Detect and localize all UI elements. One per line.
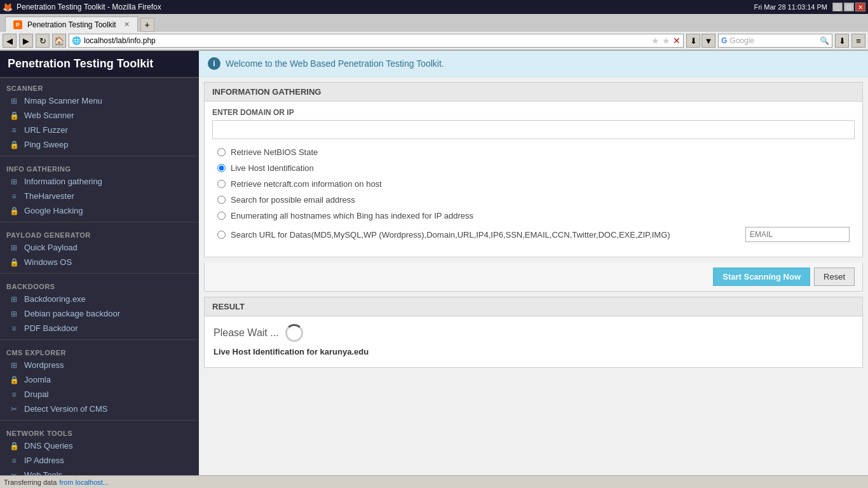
home-button[interactable]: 🏠: [52, 34, 66, 48]
content-area: i Welcome to the Web Based Penetration T…: [199, 51, 868, 487]
pdfbackdoor-icon: ≡: [9, 324, 19, 333]
dnsqueries-icon: 🔒: [9, 442, 19, 451]
sidebar-item-nmap[interactable]: ⊞ Nmap Scanner Menu: [0, 93, 199, 108]
sidebar-label-ipaddress: IP Address: [24, 456, 64, 465]
title-bar-time: Fri Mar 28 11:03:14 PM: [754, 3, 827, 11]
quickpayload-icon: ⊞: [9, 243, 19, 252]
sidebar-label-infogathering: Information gathering: [24, 177, 102, 186]
sidebar-item-ipaddress[interactable]: ≡ IP Address: [0, 453, 199, 468]
loading-spinner: [285, 324, 303, 342]
title-bar: 🦊 Penetration Testing Toolkit - Mozilla …: [0, 0, 868, 14]
sidebar-label-dnsqueries: DNS Queries: [24, 441, 73, 451]
sidebar-item-drupal[interactable]: ≡ Drupal: [0, 387, 199, 402]
theharvester-icon: ≡: [9, 192, 19, 201]
download-mgr-button[interactable]: ⬇: [835, 34, 849, 48]
sidebar-item-pdfbackdoor[interactable]: ≡ PDF Backdoor: [0, 321, 199, 336]
sidebar-label-quickpayload: Quick Payload: [24, 243, 78, 252]
result-panel: RESULT Please Wait ... Live Host Identif…: [204, 297, 863, 368]
sidebar-section-scanner: SCANNER ⊞ Nmap Scanner Menu 🔒 Web Scanne…: [0, 78, 199, 153]
sidebar-item-pingsweep[interactable]: 🔒 Ping Sweep: [0, 137, 199, 152]
sidebar-item-joomla[interactable]: 🔒 Joomla: [0, 372, 199, 387]
section-header-backdoors: BACKDOORS: [0, 280, 199, 292]
tab-close-icon[interactable]: ✕: [124, 20, 130, 29]
email-inline-input[interactable]: [745, 227, 850, 242]
nav-extra-btn[interactable]: ▼: [702, 34, 715, 48]
label-searchurl[interactable]: Search URL for Datas(MD5,MySQL,WP (Wordp…: [231, 230, 740, 240]
welcome-banner: i Welcome to the Web Based Penetration T…: [199, 51, 868, 77]
sidebar-item-quickpayload[interactable]: ⊞ Quick Payload: [0, 240, 199, 255]
nmap-icon: ⊞: [9, 97, 19, 105]
section-header-scanner: SCANNER: [0, 82, 199, 93]
sidebar-item-theharvester[interactable]: ≡ TheHarvester: [0, 189, 199, 203]
section-header-cms: CMS EXPLORER: [0, 346, 199, 358]
result-text: Live Host Identification for karunya.edu: [214, 347, 853, 356]
welcome-text: Welcome to the Web Based Penetration Tes…: [226, 58, 444, 69]
sidebar-item-urlfuzzer[interactable]: ≡ URL Fuzzer: [0, 123, 199, 137]
status-text-link: from localhost...: [59, 478, 109, 486]
googlehacking-icon: 🔒: [9, 207, 19, 215]
forward-button[interactable]: ▶: [19, 34, 33, 48]
bookmark-icon2[interactable]: ★: [662, 36, 670, 46]
sidebar-item-backdooringexe[interactable]: ⊞ Backdooring.exe: [0, 292, 199, 306]
download-button[interactable]: ⬇: [686, 34, 700, 48]
result-header: RESULT: [205, 297, 862, 316]
sidebar-item-googlehacking[interactable]: 🔒 Google Hacking: [0, 203, 199, 218]
search-icon[interactable]: 🔍: [820, 36, 829, 45]
stop-icon[interactable]: ✕: [673, 36, 681, 46]
label-bing[interactable]: Enumerating all hostnames which Bing has…: [231, 211, 850, 220]
radio-email[interactable]: [217, 196, 226, 204]
label-netcraft[interactable]: Retrieve netcraft.com information on hos…: [231, 179, 850, 189]
back-button[interactable]: ◀: [3, 34, 17, 48]
address-bar[interactable]: 🌐 localhost/lab/info.php ★ ★ ✕: [69, 34, 684, 48]
browser-icon: 🦊: [3, 3, 13, 12]
reset-button[interactable]: Reset: [814, 268, 855, 286]
sidebar-section-payload: PAYLOAD GENERATOR ⊞ Quick Payload 🔒 Wind…: [0, 225, 199, 271]
nav-bar: ◀ ▶ ↻ 🏠 🌐 localhost/lab/info.php ★ ★ ✕ ⬇…: [0, 32, 868, 50]
google-icon: G: [721, 36, 727, 45]
main-layout: Penetration Testing Toolkit SCANNER ⊞ Nm…: [0, 51, 868, 487]
sidebar-item-wordpress[interactable]: ⊞ Wordpress: [0, 358, 199, 372]
radio-livehost[interactable]: [217, 164, 226, 172]
tab-title: Penetration Testing Toolkit: [27, 20, 116, 29]
radio-searchurl[interactable]: [217, 231, 226, 239]
sidebar-label-webscanner: Web Scanner: [24, 111, 74, 120]
domain-input[interactable]: [212, 120, 855, 139]
window-title: Penetration Testing Toolkit - Mozilla Fi…: [17, 3, 161, 11]
debianbackdoor-icon: ⊞: [9, 309, 19, 318]
refresh-button[interactable]: ↻: [36, 34, 50, 48]
please-wait-text: Please Wait ...: [214, 327, 279, 339]
sidebar-label-wordpress: Wordpress: [24, 360, 64, 370]
settings-button[interactable]: ≡: [851, 34, 865, 48]
sidebar-item-dnsqueries[interactable]: 🔒 DNS Queries: [0, 438, 199, 453]
radio-bing[interactable]: [217, 212, 226, 220]
label-livehost[interactable]: Live Host Identification: [231, 163, 850, 173]
start-scanning-button[interactable]: Start Scanning Now: [713, 268, 810, 286]
minimize-button[interactable]: _: [832, 3, 843, 11]
radio-netbios[interactable]: [217, 148, 226, 156]
sidebar-label-theharvester: TheHarvester: [24, 191, 74, 201]
bookmark-icon[interactable]: ★: [651, 36, 660, 46]
info-gathering-panel: INFORMATION GATHERING ENTER DOMAIN OR IP…: [204, 82, 863, 257]
sidebar-label-debianbackdoor: Debian package backdoor: [24, 309, 120, 318]
app-title: Penetration Testing Toolkit: [0, 51, 199, 78]
info-gathering-header: INFORMATION GATHERING: [205, 83, 862, 102]
status-text-normal: Transferring data: [4, 478, 57, 486]
sidebar-item-detectcms[interactable]: ✂ Detect Version of CMS: [0, 402, 199, 416]
sidebar-item-webscanner[interactable]: 🔒 Web Scanner: [0, 108, 199, 123]
sidebar-item-windowsos[interactable]: 🔒 Windows OS: [0, 255, 199, 269]
sidebar-item-debianbackdoor[interactable]: ⊞ Debian package backdoor: [0, 306, 199, 321]
sidebar-label-pingsweep: Ping Sweep: [24, 140, 68, 149]
maximize-button[interactable]: □: [844, 3, 854, 11]
sidebar-item-infogathering[interactable]: ⊞ Information gathering: [0, 174, 199, 189]
label-netbios[interactable]: Retrieve NetBIOS State: [231, 147, 850, 157]
active-tab[interactable]: P Penetration Testing Toolkit ✕: [5, 17, 138, 32]
radio-row-4: Search for possible email address: [215, 192, 852, 208]
new-tab-button[interactable]: +: [140, 18, 154, 32]
radio-netcraft[interactable]: [217, 180, 226, 188]
result-body: Please Wait ... Live Host Identification…: [205, 316, 862, 367]
radio-row-5: Enumerating all hostnames which Bing has…: [215, 208, 852, 224]
label-email[interactable]: Search for possible email address: [231, 195, 850, 205]
close-button[interactable]: ✕: [855, 3, 865, 11]
search-bar[interactable]: G Google 🔍: [718, 34, 832, 48]
sidebar: Penetration Testing Toolkit SCANNER ⊞ Nm…: [0, 51, 199, 487]
